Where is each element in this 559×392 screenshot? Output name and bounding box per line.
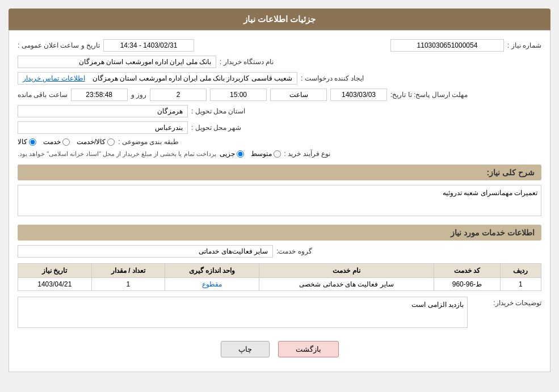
cell-service-code: ط-96-960: [434, 278, 501, 291]
category-kala[interactable]: کالا: [18, 138, 36, 146]
buyer-org-value: بانک ملی ایران اداره امورشعب استان هرمزگ…: [18, 56, 216, 68]
province-label: استان محل تحویل :: [191, 107, 245, 115]
deadline-days-label: روز و: [131, 91, 146, 99]
service-group-value: سایر فعالیت‌های خدماتی: [18, 245, 273, 258]
col-service-code: کد خدمت: [434, 264, 501, 278]
service-group-label: گروه خدمت:: [276, 247, 312, 255]
category-khadamat[interactable]: خدمت: [43, 138, 70, 146]
cell-unit: مقطوع: [165, 278, 259, 291]
service-info-header: اطلاعات خدمات مورد نیاز: [18, 225, 541, 241]
process-motawaset[interactable]: متوسط: [251, 150, 281, 158]
cell-row: 1: [500, 278, 541, 291]
button-row: بازگشت چاپ: [18, 341, 541, 357]
col-service-name: نام خدمت: [259, 264, 434, 278]
deadline-time: 15:00: [210, 88, 267, 101]
col-quantity: تعداد / مقدار: [91, 264, 165, 278]
process-jozyi[interactable]: جزیی: [220, 150, 244, 158]
deadline-days: 2: [150, 88, 207, 101]
announce-datetime-label: تاریخ و ساعت اعلان عمومی :: [18, 41, 100, 49]
process-label: نوع فرآیند خرید :: [284, 150, 330, 158]
cell-service-name: سایر فعالیت های خدماتی شخصی: [259, 278, 434, 291]
creator-label: ایجاد کننده درخواست :: [301, 74, 364, 82]
buyer-notes-textarea[interactable]: [18, 297, 468, 328]
col-date: تاریخ نیاز: [18, 264, 92, 278]
creator-value: شعیب قاسمی کاربرداز بانک ملی ایران اداره…: [18, 72, 297, 85]
contact-info-link[interactable]: اطلاعات تماس خریدار: [23, 74, 85, 82]
cell-quantity: 1: [91, 278, 165, 291]
buyer-notes-label: توضیحات خریدار:: [493, 299, 541, 307]
buyer-org-label: نام دستگاه خریدار :: [220, 58, 274, 66]
col-unit: واحد اندازه گیری: [165, 264, 259, 278]
need-description-textarea[interactable]: [18, 185, 541, 216]
deadline-label: مهلت ارسال پاسخ: تا تاریخ:: [390, 91, 468, 99]
province-value: هرمزگان: [18, 105, 188, 117]
back-button[interactable]: بازگشت: [278, 341, 339, 357]
city-value: بندرعباس: [18, 121, 188, 134]
need-number-value: 1103030651000054: [390, 39, 504, 52]
table-row: 1 ط-96-960 سایر فعالیت های خدماتی شخصی م…: [18, 278, 541, 291]
category-label: طبقه بندی موضوعی :: [118, 138, 178, 146]
service-table: ردیف کد خدمت نام خدمت واحد اندازه گیری ت…: [18, 263, 541, 291]
page-title: جزئیات اطلاعات نیاز: [9, 9, 550, 30]
cell-date: 1403/04/21: [18, 278, 92, 291]
need-description-header: شرح کلی نیاز:: [18, 165, 541, 180]
announce-datetime-value: 1403/02/31 - 14:34: [103, 39, 194, 52]
deadline-remaining-label: ساعت باقی مانده: [18, 91, 68, 99]
city-label: شهر محل تحویل :: [191, 124, 241, 132]
process-note: پرداخت تمام یا بخشی از مبلغ خریدار از مح…: [18, 150, 216, 158]
category-kala-khadamat[interactable]: کالا/خدمت: [77, 138, 115, 146]
deadline-date: 1403/03/03: [330, 88, 387, 101]
deadline-time-label: ساعت: [270, 88, 327, 101]
print-button[interactable]: چاپ: [221, 341, 270, 357]
col-row: ردیف: [500, 264, 541, 278]
deadline-remaining: 23:58:48: [71, 88, 128, 101]
need-number-label: شماره نیاز :: [507, 41, 541, 49]
